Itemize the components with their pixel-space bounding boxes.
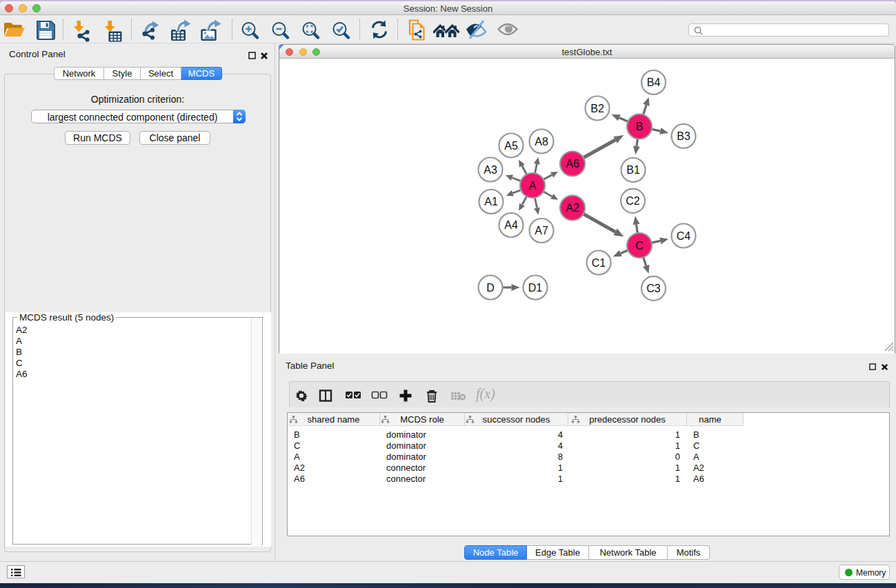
svg-text:D: D bbox=[486, 282, 495, 294]
svg-text:A4: A4 bbox=[504, 219, 518, 231]
svg-text:B3: B3 bbox=[677, 130, 690, 142]
svg-text:B4: B4 bbox=[647, 77, 661, 88]
svg-text:C1: C1 bbox=[592, 257, 606, 269]
svg-text:A5: A5 bbox=[504, 140, 518, 152]
svg-text:A: A bbox=[529, 180, 537, 192]
svg-text:A8: A8 bbox=[535, 136, 548, 148]
svg-text:B2: B2 bbox=[590, 103, 604, 114]
svg-text:B1: B1 bbox=[626, 164, 640, 176]
svg-text:A6: A6 bbox=[566, 158, 579, 170]
svg-text:A1: A1 bbox=[484, 196, 498, 207]
svg-text:C3: C3 bbox=[646, 283, 661, 294]
svg-text:A2: A2 bbox=[566, 202, 579, 214]
svg-text:A3: A3 bbox=[484, 164, 497, 176]
svg-text:C: C bbox=[635, 240, 644, 252]
svg-text:C4: C4 bbox=[677, 230, 691, 242]
svg-text:C2: C2 bbox=[626, 195, 640, 207]
svg-text:A7: A7 bbox=[535, 225, 548, 236]
svg-text:D1: D1 bbox=[528, 282, 543, 294]
svg-text:B: B bbox=[636, 121, 644, 132]
